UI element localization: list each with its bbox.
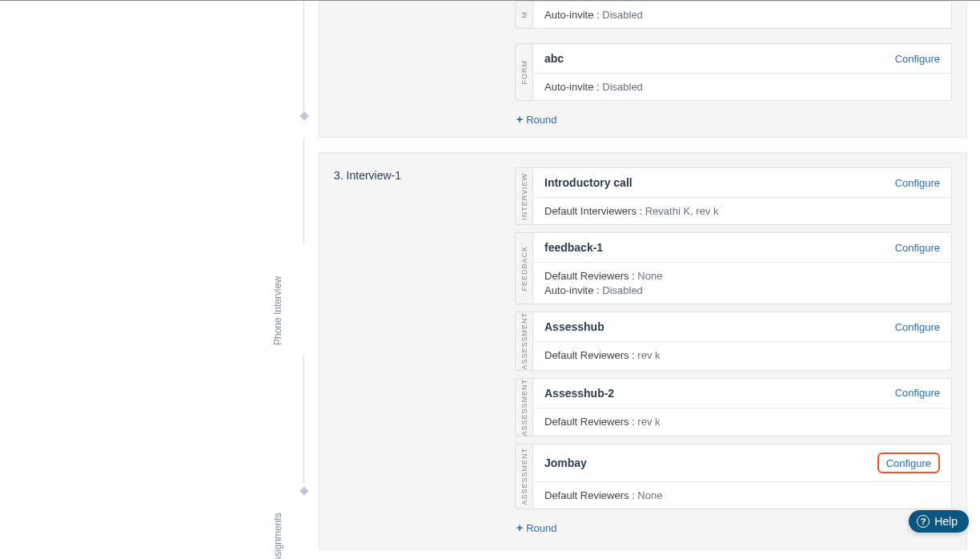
detail-label: Auto-invite : [544, 284, 600, 296]
detail-value: Disabled [600, 81, 643, 93]
plus-icon: + [516, 113, 523, 126]
add-round-button-stage3[interactable]: + Round [515, 517, 952, 534]
round-type-label: ASSESSMENT [520, 312, 528, 370]
round-name: Jombay [544, 456, 587, 469]
round-card-jombay: ASSESSMENT Jombay Configure Default Revi… [515, 444, 952, 509]
detail-label: Auto-invite : [544, 9, 600, 21]
detail-value: None [635, 270, 663, 282]
detail-value: rev k [635, 416, 661, 428]
round-type-label: INTERVIEW [520, 173, 528, 220]
round-card-partial: M Auto-invite : Disabled [515, 1, 952, 29]
detail-label: Auto-invite : [544, 81, 600, 93]
detail-value: None [635, 489, 663, 501]
configure-link-feedback1[interactable]: Configure [895, 242, 940, 254]
configure-link-jombay-highlighted[interactable]: Configure [878, 452, 940, 473]
stage-2-title-placeholder [334, 1, 502, 126]
round-name: Assesshub-2 [544, 387, 614, 400]
round-card-feedback1: FEEDBACK feedback-1 Configure Default Re… [515, 232, 952, 304]
round-type-label: M [520, 11, 528, 18]
detail-label: Default Reviewers : [544, 416, 635, 428]
round-card-intro-call: INTERVIEW Introductory call Configure De… [515, 167, 952, 225]
configure-link-text: Configure [886, 457, 931, 469]
help-icon: ? [917, 515, 930, 528]
detail-value: Disabled [600, 9, 643, 21]
detail-value: Revathi K, rev k [642, 205, 718, 217]
add-round-label: Round [526, 522, 556, 534]
configure-link-abc[interactable]: Configure [895, 53, 940, 65]
round-type-label: FORM [520, 60, 528, 85]
add-round-label: Round [526, 114, 556, 126]
configure-link-assesshub2[interactable]: Configure [895, 387, 940, 399]
stage-3-title: 3. Interview-1 [334, 167, 502, 534]
round-name: abc [544, 52, 564, 65]
round-name: feedback-1 [544, 241, 603, 254]
detail-label: Default Reviewers : [544, 489, 635, 501]
detail-label: Default Interviewers : [544, 205, 642, 217]
round-name: Assesshub [544, 320, 604, 333]
round-name: Introductory call [544, 176, 633, 189]
help-button[interactable]: ? Help [909, 510, 969, 533]
round-type-label: ASSESSMENT [520, 379, 528, 436]
round-card-abc: FORM abc Configure Auto-invite : Disable… [515, 43, 952, 101]
stage-2-partial: M Auto-invite : Disabled FORM abc [319, 1, 967, 138]
detail-value: Disabled [600, 284, 643, 296]
rail-label-phone-interview: Phone Interview [272, 281, 283, 345]
round-type-label: FEEDBACK [520, 246, 528, 292]
add-round-button-prev[interactable]: + Round [515, 108, 952, 126]
stage-3-interview: 3. Interview-1 INTERVIEW Introductory ca… [319, 152, 967, 549]
configure-link-intro-call[interactable]: Configure [895, 177, 940, 189]
round-type-label: ASSESSMENT [520, 448, 528, 505]
detail-label: Default Reviewers : [544, 349, 635, 361]
detail-label: Default Reviewers : [544, 270, 635, 282]
round-card-assesshub: ASSESSMENT Assesshub Configure Default R… [515, 312, 952, 371]
round-card-assesshub2: ASSESSMENT Assesshub-2 Configure Default… [515, 378, 952, 437]
help-label: Help [934, 515, 958, 528]
rail-label-assignments: Assignments [272, 509, 283, 559]
configure-link-assesshub[interactable]: Configure [895, 321, 940, 333]
plus-icon: + [516, 521, 523, 534]
detail-value: rev k [635, 349, 661, 361]
